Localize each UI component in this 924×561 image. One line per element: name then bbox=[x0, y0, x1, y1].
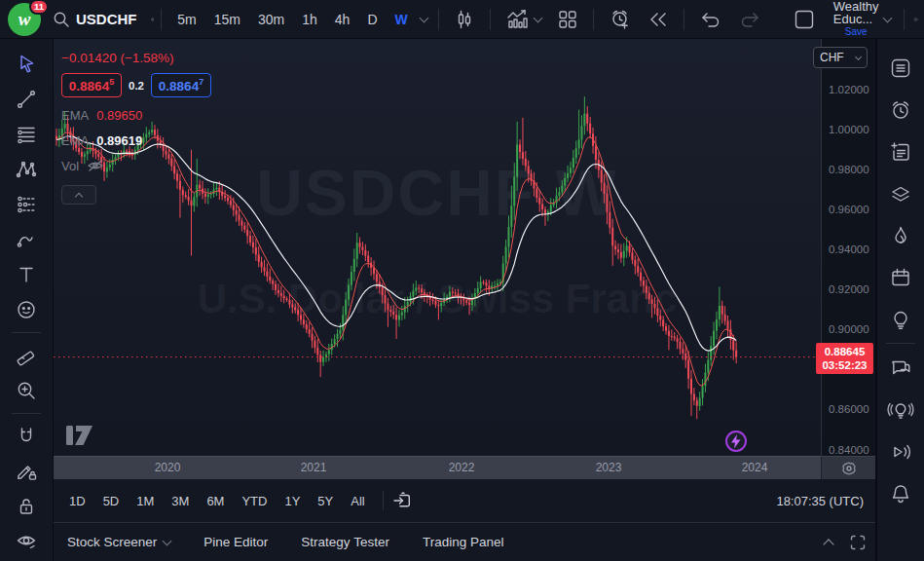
layout-menu-button[interactable] bbox=[878, 5, 897, 34]
range-5d[interactable]: 5D bbox=[95, 488, 128, 513]
timeframe-group: 5m15m30m1h4hDW bbox=[168, 6, 416, 33]
symbol-search-button[interactable]: USDCHF bbox=[45, 5, 145, 34]
buy-button[interactable]: 0.88647 bbox=[151, 73, 211, 97]
eye-hidden-icon[interactable] bbox=[87, 159, 104, 172]
projection-tool[interactable] bbox=[8, 187, 45, 222]
hotlists-button[interactable] bbox=[881, 214, 920, 256]
calendar-icon bbox=[888, 265, 913, 290]
range-5y[interactable]: 5Y bbox=[310, 488, 341, 513]
session-clock[interactable]: 18:07:35 (UTC) bbox=[776, 494, 864, 508]
lock-drawings-tool[interactable] bbox=[8, 489, 45, 524]
panel-tab-stock-screener[interactable]: Stock Screener bbox=[67, 535, 170, 549]
bar-countdown: 03:52:23 bbox=[816, 358, 873, 372]
streams-button[interactable] bbox=[881, 430, 920, 472]
bar-replay-button[interactable] bbox=[640, 5, 677, 34]
symbol-name: USDCHF bbox=[76, 11, 137, 27]
range-3m[interactable]: 3M bbox=[164, 488, 197, 513]
trendline-tool[interactable] bbox=[8, 82, 45, 117]
notes-button[interactable] bbox=[881, 131, 920, 172]
brush-tool[interactable] bbox=[8, 222, 45, 257]
panel-tab-strategy-tester[interactable]: Strategy Tester bbox=[301, 535, 389, 549]
indicators-button[interactable] bbox=[498, 5, 549, 34]
volume-label[interactable]: Vol bbox=[61, 159, 79, 173]
ema-fast-value: 0.89650 bbox=[96, 108, 142, 123]
toolbar-divider bbox=[593, 9, 594, 30]
timeframe-5m[interactable]: 5m bbox=[168, 6, 204, 33]
go-to-date-icon[interactable] bbox=[391, 490, 413, 511]
toolbar-divider bbox=[161, 9, 162, 30]
create-alert-button[interactable] bbox=[601, 5, 640, 34]
currency-toggle-button[interactable]: CHF bbox=[813, 47, 868, 68]
panel-tab-pine-editor[interactable]: Pine Editor bbox=[203, 535, 268, 549]
chart-style-button[interactable] bbox=[446, 5, 483, 34]
layout-thumbnail-button[interactable] bbox=[785, 5, 824, 34]
ruler-icon bbox=[15, 344, 38, 367]
chat-button[interactable] bbox=[881, 347, 920, 389]
sell-button[interactable]: 0.88645 bbox=[61, 73, 122, 97]
time-axis[interactable]: 20202021202220232024 bbox=[54, 456, 821, 479]
layout-title-button[interactable]: Wealthy Educ... Save bbox=[833, 0, 879, 38]
chart-canvas[interactable]: USDCHF W U.S. Dollar / Swiss Franc −0.01… bbox=[54, 39, 821, 456]
xabcd-pattern-icon bbox=[15, 158, 38, 181]
measure-tool[interactable] bbox=[8, 338, 45, 373]
layout-grid-icon bbox=[557, 9, 578, 30]
price-tick: 0.86000 bbox=[829, 403, 869, 415]
layout-grid-button[interactable] bbox=[549, 5, 586, 34]
emoji-tool[interactable] bbox=[8, 292, 45, 327]
year-tick-2023: 2023 bbox=[596, 461, 622, 474]
panel-tab-trading-panel[interactable]: Trading Panel bbox=[423, 535, 504, 549]
range-all[interactable]: All bbox=[343, 488, 372, 513]
price-tick: 0.84000 bbox=[829, 444, 869, 456]
undo-button[interactable] bbox=[691, 5, 730, 34]
price-tick: 0.96000 bbox=[829, 204, 869, 215]
clock-icon[interactable] bbox=[913, 7, 918, 32]
timeframe-1h[interactable]: 1h bbox=[293, 6, 326, 33]
panel-maximize-button[interactable] bbox=[850, 535, 866, 550]
pattern-tool[interactable] bbox=[8, 152, 45, 187]
live-ideas-button[interactable] bbox=[881, 389, 920, 430]
maximize-icon bbox=[850, 535, 866, 550]
top-toolbar: w 11 USDCHF 5m15m30m1h4hDW bbox=[0, 0, 924, 39]
timeframe-15m[interactable]: 15m bbox=[205, 6, 249, 33]
plus-circle-icon[interactable] bbox=[151, 9, 155, 30]
save-label[interactable]: Save bbox=[845, 25, 868, 38]
notification-count-badge: 11 bbox=[29, 0, 49, 15]
range-6m[interactable]: 6M bbox=[199, 488, 232, 513]
price-axis[interactable]: CHF 0.88645 03:52:23 1.020001.000000.980… bbox=[821, 39, 875, 456]
zoom-in-tool[interactable] bbox=[8, 373, 45, 408]
hide-drawings-tool[interactable] bbox=[8, 524, 45, 559]
account-menu[interactable]: w 11 bbox=[4, 0, 45, 39]
notes-icon bbox=[888, 139, 913, 165]
fib-retracement-tool[interactable] bbox=[8, 117, 45, 152]
price-tick: 0.90000 bbox=[829, 323, 869, 335]
alerts-button[interactable] bbox=[881, 89, 920, 131]
drawing-mode-tool[interactable] bbox=[8, 454, 45, 489]
range-1m[interactable]: 1M bbox=[129, 488, 162, 513]
gear-icon[interactable] bbox=[841, 461, 857, 476]
timeframe-D[interactable]: D bbox=[358, 6, 386, 33]
range-1d[interactable]: 1D bbox=[61, 488, 93, 513]
timeframe-4h[interactable]: 4h bbox=[326, 6, 359, 33]
emoji-icon bbox=[15, 298, 38, 321]
timeframe-menu-button[interactable] bbox=[417, 5, 431, 34]
magnet-tool[interactable] bbox=[8, 419, 45, 454]
redo-button[interactable] bbox=[730, 5, 769, 34]
timeframe-W[interactable]: W bbox=[387, 6, 417, 33]
calendar-button[interactable] bbox=[881, 256, 920, 298]
text-tool[interactable] bbox=[8, 257, 45, 292]
brush-icon bbox=[15, 228, 38, 251]
ema-slow-label[interactable]: EMA bbox=[61, 133, 89, 148]
cursor-tool[interactable] bbox=[8, 47, 45, 82]
object-tree-button[interactable] bbox=[881, 172, 920, 214]
notifications-button[interactable] bbox=[881, 472, 920, 514]
watchlist-button[interactable] bbox=[881, 47, 920, 89]
range-ytd[interactable]: YTD bbox=[234, 488, 275, 513]
price-tick: 1.02000 bbox=[829, 84, 869, 95]
range-1y[interactable]: 1Y bbox=[277, 488, 308, 513]
ema-fast-label[interactable]: EMA bbox=[61, 108, 89, 123]
timeframe-30m[interactable]: 30m bbox=[249, 6, 293, 33]
ideas-button[interactable] bbox=[881, 298, 920, 340]
panel-collapse-button[interactable] bbox=[825, 537, 832, 548]
legend-collapse-button[interactable] bbox=[61, 185, 96, 205]
tradingview-app: w 11 USDCHF 5m15m30m1h4hDW bbox=[0, 0, 924, 561]
